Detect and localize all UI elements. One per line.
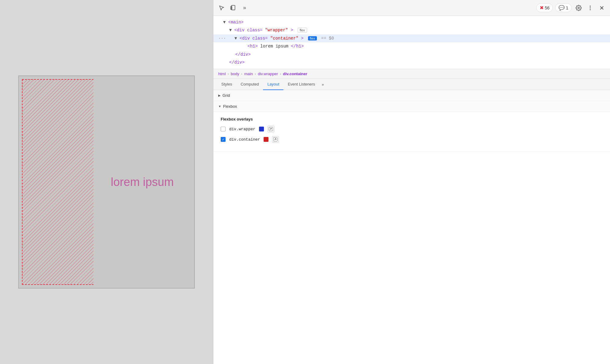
container-color-swatch[interactable]	[264, 137, 268, 142]
container-checkbox[interactable]	[221, 137, 226, 142]
tree-tag: ▼ <main>	[223, 19, 244, 26]
wrapper-color-swatch[interactable]	[259, 127, 264, 131]
tab-layout[interactable]: Layout	[263, 79, 283, 90]
flexbox-chevron-icon: ▼	[218, 105, 221, 108]
close-devtools-button[interactable]	[597, 3, 606, 12]
lorem-text: lorem ipsum	[111, 176, 174, 189]
lorem-area: lorem ipsum	[93, 79, 191, 285]
error-icon: ✖	[540, 5, 544, 11]
tree-line-container[interactable]: ··· ▼ <div class= "container" > flex == …	[213, 34, 610, 42]
grid-section-label: Grid	[223, 93, 230, 98]
tree-dots: ···	[218, 35, 226, 42]
wrapper-label: div.wrapper	[229, 127, 255, 131]
tree-tag: <h1> lorem ipsum </h1>	[247, 43, 304, 50]
preview-panel: lorem ipsum	[0, 0, 213, 364]
wrapper-highlight-button[interactable]	[268, 126, 274, 132]
overlay-row-container: div.container	[221, 136, 603, 143]
svg-point-2	[578, 7, 580, 9]
tree-tag: </div>	[235, 51, 251, 58]
overlays-title: Flexbox overlays	[221, 117, 603, 121]
dollar-ref: == $0	[321, 36, 334, 41]
tree-line-wrapper[interactable]: ▼ <div class= "wrapper" > flex	[213, 26, 610, 34]
error-count: 56	[545, 5, 550, 10]
breadcrumb-container[interactable]: div.container	[282, 71, 309, 77]
message-count: 1	[566, 5, 568, 10]
svg-point-4	[590, 7, 591, 8]
breadcrumb-bar: html › body › main › div.wrapper › div.c…	[213, 69, 610, 79]
grid-section-header[interactable]: ▶ Grid	[213, 90, 610, 101]
container-label: div.container	[229, 137, 260, 142]
tabs-bar: Styles Computed Layout Event Listeners »	[213, 79, 610, 90]
svg-point-5	[590, 9, 591, 10]
tree-tag: </div>	[229, 59, 244, 66]
grid-chevron-icon: ▶	[218, 94, 221, 97]
tree-line-close-wrapper[interactable]: </div>	[213, 58, 610, 66]
hatch-area	[22, 79, 93, 285]
error-badge[interactable]: ✖ 56	[536, 3, 553, 12]
settings-button[interactable]	[574, 3, 583, 12]
html-tree: ▼ <main> ▼ <div class= "wrapper" > flex …	[213, 16, 610, 69]
overlay-row-wrapper: div.wrapper	[221, 126, 603, 132]
device-toggle-button[interactable]	[229, 3, 238, 12]
breadcrumb-html[interactable]: html	[217, 71, 227, 77]
flex-badge-wrapper[interactable]: flex	[298, 28, 307, 33]
flexbox-section-label: Flexbox	[223, 104, 237, 109]
flex-badge-container[interactable]: flex	[308, 36, 317, 40]
tree-line-close-container[interactable]: </div>	[213, 51, 610, 58]
container-highlight-button[interactable]	[272, 136, 279, 143]
devtools-panel: » ✖ 56 💬 1	[213, 0, 610, 364]
tab-more[interactable]: »	[319, 79, 326, 90]
tree-tag-container: ▼ <div class= "container" > flex == $0	[234, 35, 334, 42]
breadcrumb-wrapper[interactable]: div.wrapper	[257, 71, 279, 77]
layout-content: ▶ Grid ▼ Flexbox Flexbox overlays div.wr…	[213, 90, 610, 364]
tree-line-main[interactable]: ▼ <main>	[213, 18, 610, 26]
message-icon: 💬	[559, 5, 565, 11]
tab-event-listeners[interactable]: Event Listeners	[283, 79, 319, 90]
breadcrumb-body[interactable]: body	[230, 71, 240, 77]
inspect-button[interactable]	[217, 3, 226, 12]
devtools-toolbar: » ✖ 56 💬 1	[213, 0, 610, 16]
message-badge[interactable]: 💬 1	[555, 3, 572, 12]
kebab-menu-button[interactable]	[586, 3, 595, 12]
flexbox-section-header[interactable]: ▼ Flexbox	[213, 101, 610, 112]
flexbox-section-body: Flexbox overlays div.wrapper div.contain…	[213, 112, 610, 152]
tab-computed[interactable]: Computed	[236, 79, 263, 90]
svg-point-3	[590, 5, 591, 6]
breadcrumb-main[interactable]: main	[243, 71, 254, 77]
more-tools-button[interactable]: »	[240, 3, 249, 12]
wrapper-checkbox[interactable]	[221, 127, 226, 131]
preview-frame: lorem ipsum	[18, 75, 195, 289]
tab-styles[interactable]: Styles	[217, 79, 236, 90]
tree-tag: ▼ <div class= "wrapper" > flex	[229, 27, 307, 33]
tree-line-h1[interactable]: <h1> lorem ipsum </h1>	[213, 42, 610, 50]
